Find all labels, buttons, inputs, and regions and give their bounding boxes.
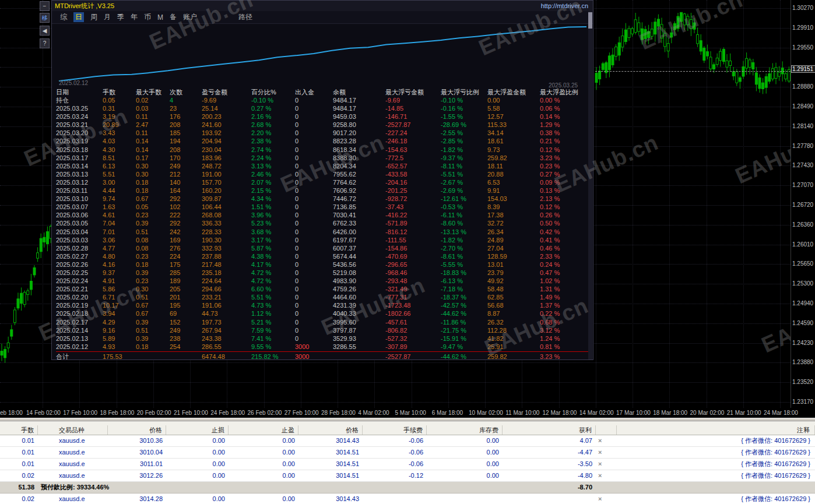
position-row[interactable]: 0.02xauusd.e3012.260.000.003014.51-0.120… <box>0 470 815 482</box>
stats-cell: 2.33 % <box>540 252 591 260</box>
menu-item-日[interactable]: 日 <box>73 12 84 22</box>
stats-cell: 0 <box>295 228 333 236</box>
stats-cell: 3000 <box>295 343 333 351</box>
stats-cell: 0.08 <box>136 244 170 252</box>
stats-cell: 195 <box>170 301 202 309</box>
stats-cell: 13.01 <box>487 260 540 269</box>
stats-cell: 0.30 <box>136 162 170 170</box>
stats-cell: 194 <box>170 137 202 145</box>
stats-cell: 0.24 % <box>540 260 591 269</box>
menu-item-周[interactable]: 周 <box>90 12 97 22</box>
stats-cell <box>170 353 202 361</box>
stats-cell: 224 <box>170 252 202 260</box>
panel-move-button[interactable]: 移 <box>40 13 50 23</box>
stats-cell: 3797.87 <box>333 326 385 334</box>
stats-cell: 9484.17 <box>333 104 385 112</box>
stats-cell: 0.30 <box>136 170 170 178</box>
stats-cell: 5.21 % <box>251 318 295 326</box>
position-row[interactable]: 0.01xauusd.e3011.010.000.003014.51-0.060… <box>0 459 815 470</box>
position-row[interactable]: 0.01xauusd.e3010.040.000.003014.51-0.060… <box>0 447 815 459</box>
terminal-column-header[interactable]: 手数 <box>0 425 38 435</box>
stats-cell: 20.88 <box>487 170 540 178</box>
panel-titlebar[interactable]: MTDriver统计 ,V3.25 http://mtdriver.cn <box>52 1 593 11</box>
stats-cell: 56.68 <box>487 301 540 309</box>
stats-cell: -571.89 <box>385 219 441 227</box>
terminal-column-header[interactable]: 价格 <box>298 425 363 435</box>
menu-item-综[interactable]: 综 <box>60 12 67 22</box>
stats-cell: -28.69 % <box>441 121 487 129</box>
stats-cell: 3.06 <box>103 236 136 244</box>
stats-cell: 1.51 % <box>251 203 295 211</box>
stats-cell: 5.23 % <box>251 219 295 227</box>
time-axis-label: 14 Feb 02:00 <box>26 410 61 416</box>
terminal-column-header[interactable]: 价格 <box>108 425 166 435</box>
close-position-button[interactable]: × <box>596 494 617 504</box>
menu-item-备[interactable]: 备 <box>170 12 177 22</box>
terminal-column-header[interactable]: 库存费 <box>427 425 503 435</box>
menu-item-季[interactable]: 季 <box>117 12 124 22</box>
stats-cell: 0 <box>295 211 333 219</box>
terminal-column-header[interactable]: 交易品种 <box>38 425 108 435</box>
stats-cell: 合计 <box>56 353 103 361</box>
stats-cell: 0.14 % <box>540 112 591 121</box>
stats-cell: 4.29 <box>103 318 136 326</box>
menu-item-M[interactable]: M <box>157 13 163 22</box>
panel-collapse-button[interactable]: ◀ <box>40 26 50 36</box>
stats-cell: -154.63 <box>385 146 441 154</box>
stats-row: 2025.03.057.040.39292336.335.23 %06762.3… <box>56 219 591 227</box>
stats-cell: 9.73 <box>487 146 540 154</box>
scrollbar-thumb[interactable] <box>588 12 592 29</box>
position-row[interactable]: 0.01xauusd.e3010.360.000.003014.43-0.060… <box>0 435 815 447</box>
time-axis-label: 28 Feb 18:00 <box>321 410 356 416</box>
stats-cell: 237.88 <box>202 252 251 260</box>
menu-item-路径[interactable]: 路径 <box>238 12 252 22</box>
panel-control-buttons: −移◀? <box>40 0 51 52</box>
stats-cell: 3.12 % <box>540 326 591 334</box>
close-position-button[interactable]: × <box>596 447 617 458</box>
terminal-column-header[interactable]: 注释 <box>617 425 815 435</box>
terminal-cell: 0.01 <box>0 447 38 458</box>
stats-cell: 62.85 <box>487 293 540 301</box>
terminal-column-header[interactable]: 止损 <box>166 425 229 435</box>
stats-cell: 0 <box>295 146 333 154</box>
terminal-cell: 0.00 <box>427 459 503 470</box>
stats-row: 2025.03.194.030.14194204.942.38 %08823.2… <box>56 137 591 145</box>
terminal-header-row: 手数交易品种价格止损止盈价格手续费库存费获利注释 <box>0 425 815 435</box>
stats-cell: 1.49 % <box>540 293 591 301</box>
stats-cell: 0.14 <box>136 146 170 154</box>
order-comment: { 作者微信: 401672629 } <box>617 447 815 458</box>
terminal-column-header[interactable]: 止盈 <box>229 425 298 435</box>
stats-cell: 1.12 % <box>251 309 295 318</box>
menu-item-账户[interactable]: 账户 <box>183 12 197 22</box>
menu-item-年[interactable]: 年 <box>131 12 138 22</box>
panel-scrollbar[interactable] <box>588 11 592 360</box>
panel-help-button[interactable]: ? <box>40 38 50 48</box>
time-axis-label: 17 Feb 10:00 <box>63 410 97 416</box>
stats-header-cell: 日期 <box>56 88 103 96</box>
terminal-column-header[interactable]: 获利 <box>503 425 596 435</box>
stats-cell: 7.41 % <box>251 334 295 343</box>
pending-order-row[interactable]: 0.02xauusd.e3014.280.000.003014.43×{ 作者微… <box>0 494 815 504</box>
stats-cell: 2025.03.07 <box>56 203 103 211</box>
terminal-cell: 0.00 <box>229 447 298 458</box>
panel-url-link[interactable]: http://mtdriver.cn <box>541 2 588 9</box>
close-position-button[interactable]: × <box>596 470 617 481</box>
stats-cell: 2.74 % <box>251 146 295 154</box>
stats-cell: 0.23 <box>136 252 170 260</box>
terminal-cell: 0.00 <box>229 470 298 481</box>
stats-cell: 292 <box>170 219 202 227</box>
stats-cell: 8618.34 <box>333 146 385 154</box>
close-position-button[interactable]: × <box>596 435 617 446</box>
stats-cell: 6762.33 <box>333 219 385 227</box>
close-position-button[interactable]: × <box>596 459 617 470</box>
panel-minimize-button[interactable]: − <box>40 1 50 11</box>
menu-item-月[interactable]: 月 <box>104 12 111 22</box>
terminal-cell: -0.06 <box>363 447 427 458</box>
menu-item-币[interactable]: 币 <box>144 12 151 22</box>
price-axis-label: 1.26720 <box>792 202 813 208</box>
terminal-column-header[interactable]: 手续费 <box>363 425 427 435</box>
stats-cell: 7136.85 <box>333 203 385 211</box>
stats-cell: 17.38 <box>487 211 540 219</box>
stats-table: 日期手数最大手数次数盈亏金额百分比%出入金余额最大浮亏金额最大浮亏比例最大浮盈金… <box>56 88 591 361</box>
price-axis-label: 1.23880 <box>792 359 813 365</box>
